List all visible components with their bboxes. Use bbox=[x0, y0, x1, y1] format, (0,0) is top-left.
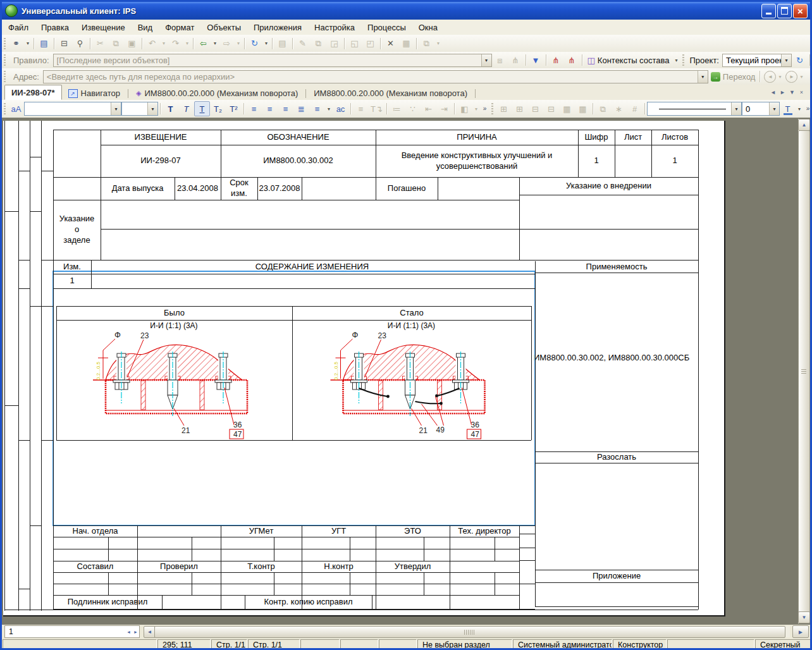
link-dropdown[interactable]: ▾ bbox=[434, 37, 442, 51]
page-next-icon[interactable]: ► bbox=[132, 627, 139, 636]
rule-combo[interactable]: [Последние версии объектов] ▾ bbox=[53, 54, 492, 67]
align-fill-dropdown[interactable]: ▾ bbox=[325, 102, 333, 116]
subscript-button[interactable]: T₂ bbox=[210, 101, 226, 116]
insert-fragment-button[interactable]: ⧉ bbox=[595, 101, 611, 116]
page-list[interactable]: 1 ◄ ► bbox=[4, 625, 140, 638]
back-button[interactable]: ◄ bbox=[764, 71, 776, 83]
text-color-dropdown[interactable]: ▾ bbox=[796, 102, 803, 116]
font-name-combo-dropdown-icon[interactable]: ▾ bbox=[111, 102, 121, 115]
scroll-up-button[interactable]: ▲ bbox=[798, 119, 810, 131]
text-wrap-button[interactable]: T↴ bbox=[369, 101, 384, 116]
align-left-button[interactable]: ≡ bbox=[246, 101, 262, 116]
menu-item-8[interactable]: Настройка bbox=[308, 21, 361, 34]
font-dialog-button[interactable]: aA bbox=[8, 101, 24, 116]
menu-item-7[interactable]: Приложения bbox=[247, 21, 308, 34]
increase-indent-button[interactable]: ⇥ bbox=[436, 101, 452, 116]
insert-symbol-button[interactable]: ∗ bbox=[611, 101, 627, 116]
align-fill-button[interactable]: ≡ bbox=[309, 101, 325, 116]
copy-button[interactable]: ⧉ bbox=[108, 36, 124, 51]
archive-button[interactable]: ▦ bbox=[398, 36, 414, 51]
page-prev-icon[interactable]: ◄ bbox=[125, 627, 132, 636]
undo-dropdown[interactable]: ▾ bbox=[160, 37, 168, 51]
send-to-dropdown[interactable]: ▾ bbox=[235, 37, 242, 51]
format-overflow-1[interactable]: » bbox=[480, 102, 489, 116]
find-dropdown[interactable]: ▾ bbox=[24, 37, 32, 51]
take-object-button[interactable]: ◲ bbox=[326, 36, 342, 51]
paragraph-marks-button[interactable]: ≡ bbox=[353, 101, 369, 116]
print-preview-button[interactable]: ⚲ bbox=[72, 36, 88, 51]
link-button[interactable]: ⧉ bbox=[419, 36, 434, 51]
superscript-button[interactable]: T² bbox=[226, 101, 242, 116]
tab-2[interactable]: ↗Навигатор bbox=[62, 87, 126, 100]
menu-item-2[interactable]: Правка bbox=[35, 21, 75, 34]
line-width-combo-dropdown-icon[interactable]: ▾ bbox=[769, 102, 779, 115]
numbered-list-button[interactable]: ≔ bbox=[389, 101, 405, 116]
tab-scroll-right-button[interactable]: ► bbox=[778, 87, 787, 97]
tab-4[interactable]: ИМ8800.00.20.000 (Механизм поворота) bbox=[307, 87, 474, 100]
tab-scroll-left-button[interactable]: ◄ bbox=[768, 87, 778, 97]
menu-item-6[interactable]: Объекты bbox=[200, 21, 247, 34]
scroll-down-button[interactable]: ▼ bbox=[798, 611, 810, 623]
unlock-object-button[interactable]: ◰ bbox=[362, 36, 378, 51]
goto-object-button[interactable]: ⇦ bbox=[195, 36, 211, 51]
font-size-combo-dropdown-icon[interactable]: ▾ bbox=[147, 102, 157, 115]
save-button[interactable]: ▤ bbox=[36, 36, 52, 51]
fill-color-dropdown[interactable]: ▾ bbox=[472, 102, 480, 116]
font-size-combo[interactable]: ▾ bbox=[121, 102, 158, 116]
document-page[interactable]: ИЗВЕЩЕНИЕ ОБОЗНАЧЕНИЕ ПРИЧИНА Шифр Лист … bbox=[3, 121, 725, 616]
underline-button[interactable]: T bbox=[194, 101, 210, 116]
align-justify-button[interactable]: ≣ bbox=[293, 101, 309, 116]
paste-button[interactable]: ▣ bbox=[124, 36, 140, 51]
align-right-button[interactable]: ≡ bbox=[278, 101, 293, 116]
decrease-indent-button[interactable]: ⇤ bbox=[421, 101, 436, 116]
back-dropdown[interactable]: ▾ bbox=[776, 70, 784, 83]
address-combo-dropdown-icon[interactable]: ▾ bbox=[698, 71, 708, 83]
refresh-button[interactable]: ↻ bbox=[247, 36, 262, 51]
edit-object-button[interactable]: ✎ bbox=[295, 36, 311, 51]
redo-dropdown[interactable]: ▾ bbox=[183, 37, 191, 51]
insert-row-above-button[interactable]: ⊞ bbox=[496, 101, 512, 116]
menu-item-10[interactable]: Окна bbox=[412, 21, 444, 34]
letter-spacing-button[interactable]: ac bbox=[333, 101, 348, 116]
horizontal-scrollbar[interactable]: ◄ bbox=[144, 626, 790, 637]
insert-grid-button[interactable]: # bbox=[627, 101, 643, 116]
project-combo[interactable]: Текущий проек ▾ bbox=[722, 54, 792, 67]
undo-button[interactable]: ↶ bbox=[144, 36, 160, 51]
tab-3[interactable]: ◈ИМ8800.00.20.000 (Механизм поворота) bbox=[130, 87, 304, 100]
vertical-scroll-thumb[interactable] bbox=[798, 130, 810, 613]
close-button[interactable]: × bbox=[793, 4, 808, 18]
expand-tree-button[interactable]: ⋔ bbox=[548, 52, 564, 68]
rule-combo-dropdown-icon[interactable]: ▾ bbox=[481, 54, 491, 66]
delete-button[interactable]: ✕ bbox=[383, 36, 398, 51]
apply-rule-button[interactable]: ⧈ bbox=[492, 52, 508, 68]
bullet-list-button[interactable]: ∵ bbox=[405, 101, 421, 116]
merge-cells-button[interactable]: ▦ bbox=[559, 101, 575, 116]
insert-column-right-button[interactable]: ⊟ bbox=[543, 101, 559, 116]
redo-button[interactable]: ↷ bbox=[168, 36, 183, 51]
font-name-combo[interactable]: ▾ bbox=[24, 102, 121, 116]
composition-contexts-button[interactable]: ◫ Контексты состава bbox=[584, 52, 673, 68]
line-width-combo[interactable]: 0▾ bbox=[742, 102, 780, 116]
line-style-combo-dropdown-icon[interactable]: ▾ bbox=[731, 102, 741, 115]
find-button[interactable]: ⚭ bbox=[8, 36, 24, 51]
minimize-button[interactable] bbox=[761, 4, 776, 18]
menu-item-5[interactable]: Формат bbox=[159, 21, 200, 34]
tab-1[interactable]: ИИ-298-07* bbox=[4, 85, 62, 100]
filter-button[interactable]: ▼ bbox=[528, 52, 544, 68]
menu-item-4[interactable]: Вид bbox=[132, 21, 159, 34]
forward-button[interactable]: ► bbox=[785, 71, 797, 83]
collapse-tree-button[interactable]: ⋔ bbox=[564, 52, 580, 68]
fill-color-button[interactable]: ◧ bbox=[457, 101, 472, 116]
split-cells-button[interactable]: ▦ bbox=[575, 101, 591, 116]
send-to-button[interactable]: ⇨ bbox=[219, 36, 235, 51]
tab-close-button[interactable]: × bbox=[797, 87, 806, 97]
forward-dropdown[interactable]: ▾ bbox=[797, 70, 805, 83]
copy-object-button[interactable]: ⧉ bbox=[311, 36, 326, 51]
refresh-dropdown[interactable]: ▾ bbox=[262, 37, 270, 51]
app-icon[interactable] bbox=[5, 4, 18, 17]
line-style-combo[interactable]: ▾ bbox=[647, 102, 742, 116]
goto-object-dropdown[interactable]: ▾ bbox=[211, 37, 219, 51]
bold-button[interactable]: T bbox=[163, 101, 178, 116]
italic-button[interactable]: T bbox=[178, 101, 194, 116]
rule-hierarchy-button[interactable]: ⋔ bbox=[508, 52, 524, 68]
